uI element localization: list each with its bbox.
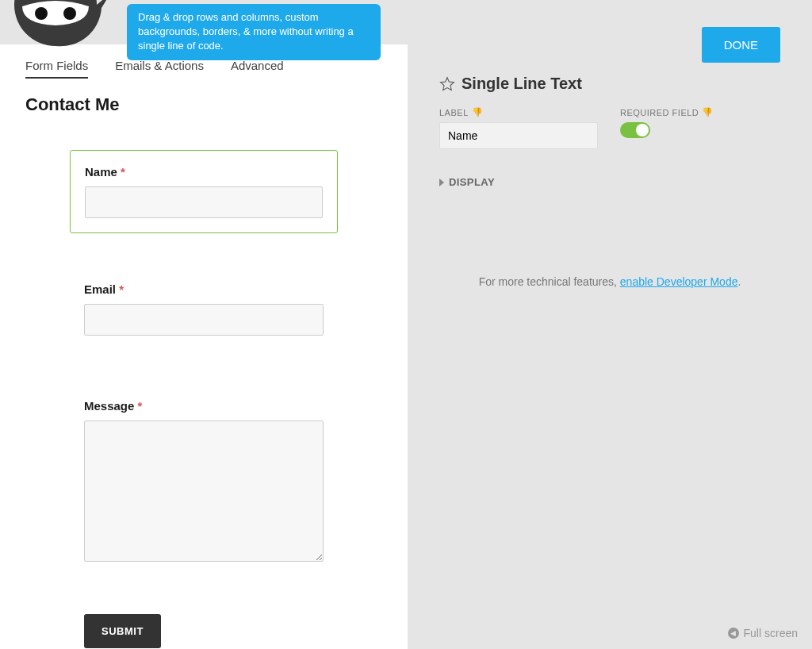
required-toggle[interactable]: [620, 122, 650, 138]
required-asterisk: *: [138, 399, 143, 413]
field-label-text: Name: [85, 165, 117, 179]
label-input[interactable]: [439, 122, 598, 149]
required-asterisk: *: [121, 165, 125, 179]
tab-emails-actions[interactable]: Emails & Actions: [115, 59, 204, 79]
enable-developer-mode-link[interactable]: enable Developer Mode: [620, 275, 738, 288]
required-heading: REQUIRED FIELD 👎: [620, 107, 714, 117]
chevron-right-icon: [439, 179, 444, 186]
name-input[interactable]: [85, 186, 323, 218]
field-block-message[interactable]: Message *: [70, 385, 338, 579]
display-section-label: DISPLAY: [449, 176, 495, 188]
field-block-email[interactable]: Email *: [70, 268, 338, 350]
tab-advanced[interactable]: Advanced: [231, 59, 284, 79]
promo-tooltip: Drag & drop rows and columns, custom bac…: [127, 4, 381, 60]
required-asterisk: *: [119, 282, 124, 296]
thumbs-down-icon[interactable]: 👎: [702, 107, 714, 117]
star-outline-icon[interactable]: [439, 76, 455, 92]
svg-point-0: [35, 7, 48, 20]
email-input[interactable]: [84, 304, 324, 336]
form-builder-panel: Form Fields Emails & Actions Advanced Co…: [0, 44, 408, 649]
field-label-text: Email: [84, 282, 116, 296]
form-title[interactable]: Contact Me: [25, 94, 382, 115]
svg-point-1: [63, 7, 76, 20]
submit-button[interactable]: SUBMIT: [84, 614, 161, 648]
drawer-title: Single Line Text: [462, 75, 582, 93]
field-block-name[interactable]: Name *: [70, 150, 338, 233]
fullscreen-label: Full screen: [744, 627, 798, 639]
ninja-mascot-icon: [0, 0, 111, 48]
builder-tabs: Form Fields Emails & Actions Advanced: [25, 59, 382, 79]
toggle-knob: [636, 124, 649, 136]
done-button[interactable]: DONE: [702, 27, 780, 63]
fullscreen-toggle[interactable]: ◀ Full screen: [728, 627, 798, 639]
field-label: Email *: [84, 282, 324, 296]
message-textarea[interactable]: [84, 421, 324, 562]
arrow-left-circle-icon: ◀: [728, 628, 739, 639]
field-label: Name *: [85, 165, 323, 179]
display-section-header[interactable]: DISPLAY: [439, 176, 780, 188]
field-label: Message *: [84, 399, 324, 413]
label-heading: LABEL 👎: [439, 107, 598, 117]
thumbs-down-icon[interactable]: 👎: [472, 107, 484, 117]
tab-form-fields[interactable]: Form Fields: [25, 59, 88, 79]
field-label-text: Message: [84, 399, 134, 413]
field-settings-drawer: DONE Single Line Text LABEL 👎 REQUIRED F…: [408, 0, 812, 649]
developer-mode-hint: For more technical features, enable Deve…: [439, 275, 780, 288]
